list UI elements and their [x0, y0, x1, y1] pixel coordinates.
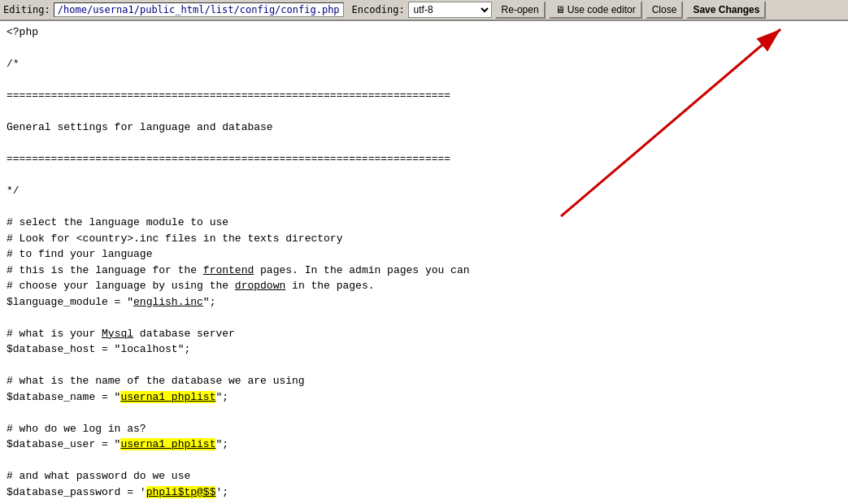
code-line-21: $database_host = "localhost";	[7, 343, 190, 355]
code-line-27: $database_user = "userna1_phplist";	[7, 438, 228, 450]
code-line-5: ========================================…	[7, 89, 450, 102]
code-line-1: <?php	[7, 26, 38, 38]
close-button[interactable]: Close	[646, 1, 684, 19]
code-line-13: # select the language module to use	[7, 216, 228, 228]
code-line-3: /*	[7, 58, 20, 70]
code-line-15: # to find your language	[7, 248, 152, 260]
code-line-23: # what is the name of the database we ar…	[7, 375, 305, 387]
code-editor[interactable]: <?php /* ===============================…	[0, 21, 848, 504]
editing-label: Editing:	[3, 4, 50, 15]
code-line-9: ========================================…	[7, 153, 450, 165]
reopen-button[interactable]: Re-open	[495, 1, 546, 19]
save-changes-button[interactable]: Save Changes	[686, 1, 766, 19]
editor-container: <?php /* ===============================…	[0, 21, 848, 504]
toolbar: Editing: /home/userna1/public_html/list/…	[0, 0, 848, 21]
code-line-30: $database_password = 'phpli$tp@$$';	[7, 486, 228, 498]
code-line-29: # and what password do we use	[7, 470, 190, 482]
code-line-26: # who do we log in as?	[7, 423, 146, 435]
code-line-24: $database_name = "userna1_phplist";	[7, 391, 228, 403]
code-line-18: $language_module = "english.inc";	[7, 296, 215, 308]
code-line-11: */	[7, 185, 20, 197]
encoding-select[interactable]: utf-8iso-8859-1windows-1252	[408, 2, 492, 18]
encoding-label: Encoding:	[352, 4, 405, 15]
code-line-16: # this is the language for the frontend …	[7, 264, 470, 276]
code-line-20: # what is your Mysql database server	[7, 328, 235, 340]
use-code-editor-button[interactable]: 🖥Use code editor	[549, 1, 642, 19]
code-line-14: # Look for <country>.inc files in the te…	[7, 232, 342, 245]
monitor-icon: 🖥	[555, 4, 565, 15]
use-code-editor-label: Use code editor	[568, 4, 636, 15]
filepath-display: /home/userna1/public_html/list/config/co…	[54, 2, 344, 17]
code-line-17: # choose your language by using the drop…	[7, 280, 375, 292]
code-line-7: General settings for language and databa…	[7, 121, 273, 133]
